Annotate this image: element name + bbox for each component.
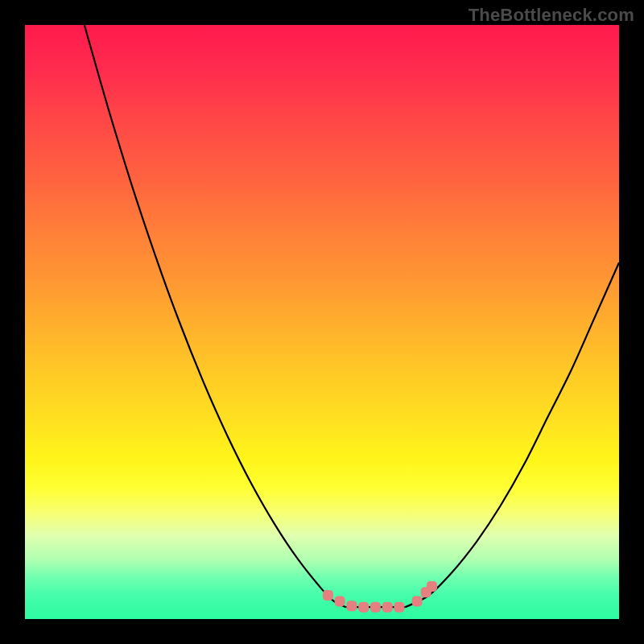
- watermark-text: TheBottleneck.com: [469, 5, 634, 26]
- left-curve: [85, 25, 346, 607]
- marker-left-cluster-1: [323, 590, 333, 601]
- right-curve: [405, 262, 619, 607]
- marker-left-cluster-2: [335, 596, 345, 606]
- marker-bottom-4: [394, 602, 404, 613]
- chart-markers: [323, 581, 437, 613]
- marker-bottom-1: [358, 602, 369, 613]
- marker-bottom-3: [382, 602, 393, 613]
- chart-plot-area: [25, 25, 619, 619]
- chart-svg: [25, 25, 619, 619]
- marker-right-cluster-3: [427, 581, 437, 592]
- marker-left-cluster-3: [346, 601, 357, 611]
- marker-right-cluster-1: [412, 596, 423, 606]
- marker-bottom-2: [370, 602, 381, 613]
